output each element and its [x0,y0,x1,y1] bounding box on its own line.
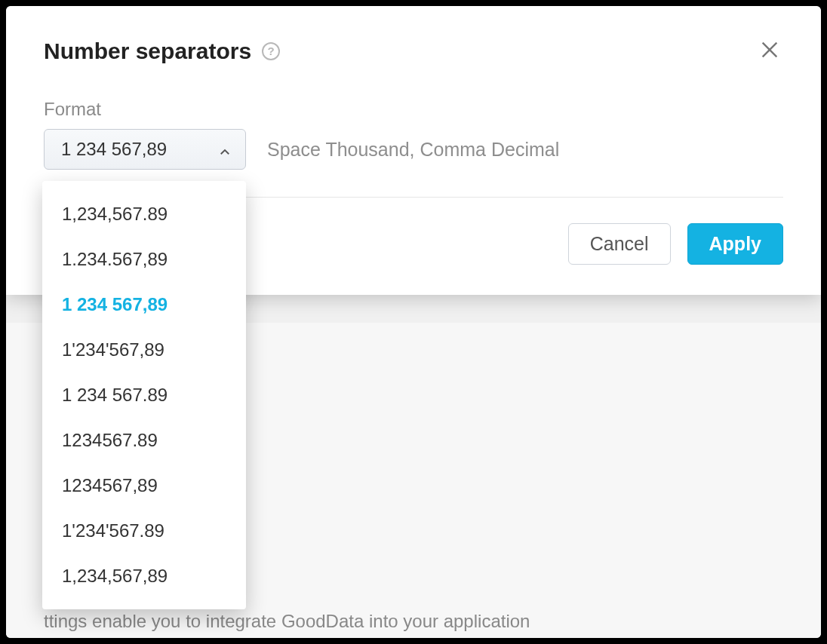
format-select[interactable]: 1 234 567,89 [44,129,246,170]
format-dropdown[interactable]: 1,234,567.89 1.234.567,89 1 234 567,89 1… [42,181,246,609]
format-option[interactable]: 1.234.567,89 [42,237,246,282]
format-option[interactable]: 1 234 567.89 [42,373,246,418]
dialog-title-wrap: Number separators ? [44,38,280,64]
format-option[interactable]: 1 234 567,89 [42,282,246,327]
format-option[interactable]: 1234567.89 [42,418,246,463]
apply-button[interactable]: Apply [687,223,783,265]
format-description: Space Thousand, Comma Decimal [267,139,559,161]
close-icon [759,51,780,63]
cancel-button[interactable]: Cancel [568,223,671,265]
format-option[interactable]: 1'234'567.89 [42,508,246,554]
format-field-label: Format [44,99,783,120]
format-row: 1 234 567,89 Space Thousand, Comma Decim… [44,129,783,170]
dialog-title: Number separators [44,38,251,64]
format-option[interactable]: 1,234,567,89 [42,554,246,599]
format-option[interactable]: 1234567,89 [42,463,246,508]
dialog-backdrop: e week ? ttings enable you to integrate … [6,6,821,638]
format-select-value: 1 234 567,89 [61,139,167,160]
footer-actions: Cancel Apply [568,223,783,265]
chevron-up-icon [218,143,232,156]
background-bottom-text: ttings enable you to integrate GoodData … [44,611,806,632]
format-option[interactable]: 1'234'567,89 [42,327,246,373]
close-button[interactable] [756,36,783,66]
dialog-header: Number separators ? [44,36,783,66]
help-icon[interactable]: ? [262,42,280,60]
format-option[interactable]: 1,234,567.89 [42,192,246,237]
